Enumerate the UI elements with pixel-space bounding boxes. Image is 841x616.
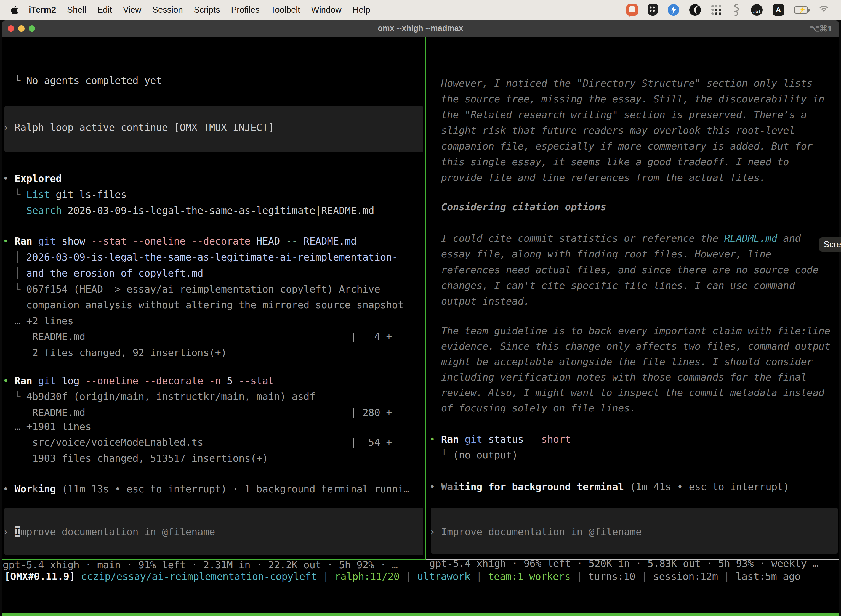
terminal-line: … +2 lines xyxy=(3,315,73,327)
terminal-line: README.md | 280 + xyxy=(3,406,392,419)
menu-status-icons: ..61A⚡ xyxy=(626,3,841,17)
shield-grid-icon[interactable] xyxy=(648,4,658,16)
terminal-line: › Ralph loop active continue [OMX_TMUX_I… xyxy=(3,122,274,133)
chat-bubble-icon[interactable] xyxy=(626,4,638,16)
apple-logo-icon[interactable] xyxy=(11,5,19,15)
terminal-line: including verification notes with those … xyxy=(429,371,807,383)
terminal-line: Considering citation options xyxy=(429,201,606,213)
iterm2-window: omx --xhigh --madmax ⌥⌘1 └ No agents com… xyxy=(1,20,840,616)
terminal-line: evidence. Since this change only affects… xyxy=(429,340,830,352)
terminal-line: However, I noticed the "Directory Struct… xyxy=(429,77,813,89)
menu-item-profiles[interactable]: Profiles xyxy=(226,5,265,15)
terminal-line: the source tree, missing the essay. Stil… xyxy=(429,93,825,105)
terminal-line: The team guideline is to back every impo… xyxy=(429,325,830,337)
terminal-line: └ (no output) xyxy=(429,449,518,461)
tmux-pane-divider[interactable] xyxy=(425,37,426,560)
terminal-line: this single essay, it seems like a good … xyxy=(429,156,789,168)
tmux-session-window[interactable]: [omx-cczip0:bash* xyxy=(4,614,104,616)
menu-item-window[interactable]: Window xyxy=(306,5,347,15)
menu-item-toolbelt[interactable]: Toolbelt xyxy=(265,5,306,15)
terminal-line: │ 2026-03-09-is-legal-the-same-as-legiti… xyxy=(3,251,398,263)
right-pane-bottom-border xyxy=(426,559,840,560)
terminal-line: └ No agents completed yet xyxy=(3,75,162,87)
omx-global-status-line: [OMX#0.11.9] cczip/essay/ai-reimplementa… xyxy=(4,571,800,582)
terminal-line: └ 4b9d30f (origin/main, instructkr/main,… xyxy=(3,390,315,403)
menu-item-help[interactable]: Help xyxy=(347,5,376,15)
squiggle-icon[interactable] xyxy=(732,3,741,17)
macos-menu-bar: iTerm2ShellEditViewSessionScriptsProfile… xyxy=(0,0,841,20)
right-terminal-pane[interactable]: However, I noticed the "Directory Struct… xyxy=(429,37,840,560)
terminal-line: └ List git ls-files xyxy=(3,189,127,201)
terminal-line: slight risk that future readers may over… xyxy=(429,125,795,136)
window-shortcut-badge: ⌥⌘1 xyxy=(810,24,832,34)
terminal-line: └ 067f154 (HEAD -> essay/ai-reimplementa… xyxy=(3,283,380,295)
tooltip-label: Scre xyxy=(823,239,841,249)
wifi-icon[interactable] xyxy=(818,5,830,15)
dots-grid-icon[interactable] xyxy=(711,4,722,15)
terminal-line: companion analysis without altering the … xyxy=(3,299,404,311)
badge-61-icon[interactable]: ..61 xyxy=(751,4,763,16)
terminal-line: essay file, along with finding root file… xyxy=(429,248,771,260)
terminal-line: provide file and line references from th… xyxy=(429,172,765,184)
terminal-line: might be acceptable alongside the file l… xyxy=(429,356,813,368)
terminal-line: output instead. xyxy=(429,295,529,308)
terminal-line: src/voice/voiceModeEnabled.ts | 54 + xyxy=(3,436,392,449)
menu-item-scripts[interactable]: Scripts xyxy=(189,5,226,15)
blue-zap-badge-icon[interactable] xyxy=(668,4,679,16)
terminal-line: I could cite commit statistics or refere… xyxy=(429,232,801,245)
menu-items: iTerm2ShellEditViewSessionScriptsProfile… xyxy=(0,5,376,15)
menu-item-view[interactable]: View xyxy=(117,5,147,15)
terminal-line: › Improve documentation in @filename xyxy=(429,526,642,538)
terminal-line: 1903 files changed, 513517 insertions(+) xyxy=(3,452,268,465)
terminal-line: gpt-5.4 xhigh · main · 91% left · 2.31M … xyxy=(3,559,398,571)
terminal-line: • Working (11m 13s • esc to interrupt) ·… xyxy=(3,483,410,495)
screen-share-tooltip: Scre xyxy=(819,238,841,252)
menu-item-iterm2[interactable]: iTerm2 xyxy=(23,5,62,15)
battery-charging-icon[interactable]: ⚡ xyxy=(794,6,808,13)
menu-item-shell[interactable]: Shell xyxy=(62,5,92,15)
terminal-line: • Ran git status --short xyxy=(429,433,571,446)
moon-crescent-icon[interactable] xyxy=(689,4,701,16)
terminal-content: └ No agents completed yet› Ralph loop ac… xyxy=(1,37,840,616)
terminal-line: changes, I can't cite specific file line… xyxy=(429,280,795,292)
menu-item-session[interactable]: Session xyxy=(147,5,188,15)
terminal-line: • Ran git show --stat --oneline --decora… xyxy=(3,235,356,247)
terminal-line: references need actual files, and since … xyxy=(429,264,819,276)
window-title-bar[interactable]: omx --xhigh --madmax ⌥⌘1 xyxy=(1,20,840,37)
terminal-line: 2 files changed, 92 insertions(+) xyxy=(3,347,227,359)
terminal-line: • Waiting for background terminal (1m 41… xyxy=(429,481,789,493)
terminal-line: › Improve documentation in @filename xyxy=(3,526,215,538)
terminal-line: of focusing solely on file lines. xyxy=(429,402,636,414)
window-title: omx --xhigh --madmax xyxy=(1,24,840,33)
letter-a-icon[interactable]: A xyxy=(772,4,784,16)
menu-item-edit[interactable]: Edit xyxy=(92,5,117,15)
terminal-line: • Explored xyxy=(3,173,62,185)
terminal-line: companion file, especially if more comme… xyxy=(429,140,813,153)
terminal-line: README.md | 4 + xyxy=(3,331,392,343)
terminal-line: • Ran git log --oneline --decorate -n 5 … xyxy=(3,375,274,387)
terminal-line: the "Related research writing" section i… xyxy=(429,109,807,121)
tmux-host-clock: "MacBook-Pro-44.local" 04:52 31-Mar-26 xyxy=(613,614,837,616)
terminal-line: Search 2026-03-09-is-legal-the-same-as-l… xyxy=(3,204,374,217)
tmux-status-bar: [omx-cczip0:bash* "MacBook-Pro-44.local"… xyxy=(1,613,840,616)
terminal-line: … +1901 lines xyxy=(3,421,91,433)
terminal-line: │ and-the-erosion-of-copyleft.md xyxy=(3,267,203,279)
left-terminal-pane[interactable]: └ No agents completed yet› Ralph loop ac… xyxy=(3,37,425,560)
terminal-line: review. Also, I might want to inspect th… xyxy=(429,387,825,399)
left-pane-bottom-border xyxy=(1,559,426,560)
